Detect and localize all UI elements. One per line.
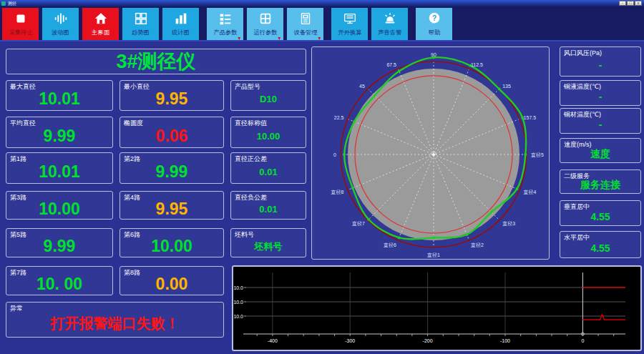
metric-panel-channel-4: 第4路9.95 [119, 191, 224, 220]
toolbar-button-label: 帮助 [428, 29, 440, 35]
metric-value: 9.99 [8, 125, 111, 147]
minimize-button[interactable]: - [619, 1, 626, 6]
svg-text:10.0: 10.0 [233, 285, 243, 290]
metric-value: 9.99 [8, 237, 111, 256]
toolbar-button-help[interactable]: ?帮助 [416, 8, 452, 40]
toolbar-button-label: 设备管理 [293, 29, 317, 35]
toolbar-button-stats[interactable]: 统计图 [162, 8, 199, 40]
alarm-icon [382, 11, 398, 26]
toolbar-button-trend[interactable]: 趋势图 [122, 8, 159, 40]
toolbar-button-acq-stop[interactable]: 采集停止 [2, 8, 39, 40]
svg-text:直径3: 直径3 [502, 221, 515, 227]
svg-text:-200: -200 [423, 338, 433, 343]
metric-panel-channel-1: 第1路10.01 [6, 152, 113, 184]
grid-icon [258, 11, 273, 26]
dropdown-arrow-icon[interactable]: ▼ [277, 36, 282, 41]
status-panel-secondary-service: 二级服务服务连接 [560, 169, 641, 194]
metric-value: 9.95 [122, 89, 222, 109]
help-icon: ? [426, 11, 442, 26]
status-value: 速度 [562, 147, 639, 162]
svg-text:-100: -100 [500, 338, 510, 343]
app-icon [1, 1, 6, 6]
metric-panel-channel-3: 第3路10.00 [6, 191, 113, 220]
svg-text:直径5: 直径5 [531, 152, 544, 158]
toolbar-button-wave[interactable]: 波动图 [42, 8, 79, 40]
svg-text:?: ? [431, 14, 436, 22]
list-icon [218, 11, 233, 26]
status-value: 4.55 [562, 240, 639, 257]
status-value: - [562, 117, 639, 132]
metric-panel-max-diameter: 最大直径10.01 [6, 80, 113, 111]
svg-text:-300: -300 [345, 338, 355, 343]
alarm-message: 打开报警端口失败！ [6, 310, 223, 337]
metric-panel-channel-8: 第8路0.00 [119, 266, 224, 295]
device-icon [298, 11, 313, 26]
metric-panel-channel-6: 第6路10.00 [119, 228, 224, 257]
svg-text:112.5: 112.5 [471, 62, 483, 67]
status-value: - [562, 89, 639, 104]
svg-text:直径7: 直径7 [352, 221, 365, 227]
titlebar: 测径 - □ x [0, 0, 644, 6]
toolbar-button-label: 主界面 [92, 29, 109, 35]
metric-value: 10.00 [8, 200, 111, 218]
stop-icon [13, 11, 29, 26]
toolbar-button-convert[interactable]: 开外换算 [331, 8, 368, 40]
metric-value: 10. 00 [8, 275, 111, 294]
svg-text:直径8: 直径8 [331, 190, 343, 195]
metric-value: 10.00 [233, 125, 304, 147]
metric-value: 坯料号 [233, 237, 304, 256]
svg-text:0: 0 [581, 338, 584, 343]
window-controls: - □ x [619, 1, 642, 6]
svg-text:135: 135 [502, 84, 511, 89]
metric-panel-min-diameter: 最小直径9.95 [119, 80, 224, 111]
metric-value: 0.00 [122, 275, 222, 294]
svg-text:直径2: 直径2 [471, 242, 484, 248]
svg-text:0: 0 [333, 152, 336, 157]
close-button[interactable]: x [635, 1, 642, 6]
metric-value: 9.95 [122, 200, 222, 218]
svg-text:直径1: 直径1 [427, 252, 440, 258]
toolbar-button-product[interactable]: 产品参数▼ [207, 8, 243, 40]
metric-value: 10.01 [8, 89, 111, 109]
metric-panel-avg-diameter: 平均直径9.99 [6, 117, 113, 148]
svg-text:157.5: 157.5 [524, 115, 537, 120]
metric-value: D10 [233, 89, 304, 109]
cross-section-panel: 90112.5135157.5直径5直径4直径3直径2直径1直径6直径7直径80… [311, 46, 550, 260]
metric-panel-plus-tolerance: 直径正公差0.01 [230, 152, 306, 184]
metric-panel-channel-2: 第2路9.99 [119, 152, 224, 184]
metric-panel-ovality: 椭圆度0.06 [119, 117, 224, 148]
toolbar-button-label: 波动图 [52, 29, 69, 35]
toolbar-button-label: 趋势图 [132, 29, 150, 35]
toolbar-button-label: 运行参数 [253, 29, 277, 35]
maximize-button[interactable]: □ [627, 1, 634, 6]
windows-icon [133, 11, 149, 26]
metric-panel-billet-no: 坯料号坯料号 [230, 228, 306, 257]
app-window: 测径 - □ x 采集停止波动图主界面趋势图统计图产品参数▼运行参数▼设备管理▼… [0, 0, 644, 354]
metric-value: 10.00 [122, 237, 222, 256]
svg-text:直径4: 直径4 [524, 190, 537, 195]
metric-value: 0.01 [233, 161, 304, 182]
alarm-panel: 异常 打开报警端口失败！ [6, 302, 224, 338]
metric-panel-product-model: 产品型号D10 [230, 80, 306, 111]
monitor-icon [342, 11, 358, 26]
toolbar-button-device[interactable]: 设备管理▼ [287, 8, 323, 40]
toolbar-button-main[interactable]: 主界面 [82, 8, 119, 40]
status-panel-air-pressure: 风口风压(Pa)- [560, 46, 641, 77]
dropdown-arrow-icon[interactable]: ▼ [237, 36, 242, 41]
metric-value: 10.01 [8, 161, 111, 182]
svg-text:22.5: 22.5 [334, 115, 344, 120]
gauge-title: 3#测径仪 [6, 49, 306, 74]
dropdown-arrow-icon[interactable]: ▼ [317, 36, 322, 41]
status-value: 4.55 [562, 209, 639, 225]
toolbar-button-label: 声音告警 [378, 29, 401, 35]
trend-chart: 10.010.010.0-400-300-200-1000 [233, 267, 640, 350]
barchart-icon [173, 11, 189, 26]
status-panel-material-temp: 铜材温度(℃)- [560, 108, 641, 134]
toolbar-button-label: 统计图 [172, 29, 190, 35]
metric-panel-channel-7: 第7路10. 00 [6, 266, 113, 295]
toolbar-button-run[interactable]: 运行参数▼ [247, 8, 283, 40]
status-value: 服务连接 [562, 178, 639, 192]
metric-value: 9.99 [122, 161, 222, 182]
status-value: - [562, 55, 639, 75]
toolbar-button-sound[interactable]: 声音告警 [371, 8, 408, 40]
